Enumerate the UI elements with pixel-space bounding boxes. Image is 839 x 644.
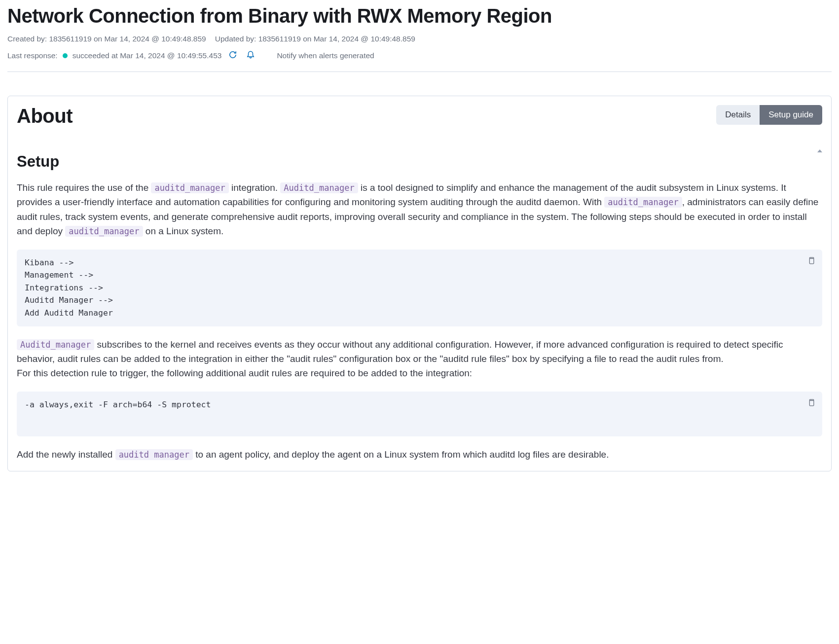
updated-meta: Updated by: 1835611919 on Mar 14, 2024 @… [215, 35, 415, 43]
status-text: succeeded at Mar 14, 2024 @ 10:49:55.453 [73, 51, 222, 60]
status-row: Last response: succeeded at Mar 14, 2024… [7, 48, 832, 63]
clipboard-icon [807, 401, 815, 408]
code-auditd-manager: auditd_manager [151, 182, 228, 193]
divider [7, 72, 832, 72]
bell-icon [246, 50, 255, 61]
last-response-label: Last response: [7, 51, 58, 60]
setup-paragraph-1: This rule requires the use of the auditd… [17, 180, 822, 239]
tab-group: Details Setup guide [716, 105, 822, 125]
page-title: Network Connection from Binary with RWX … [7, 4, 832, 28]
caret-up-icon[interactable] [817, 149, 822, 152]
setup-paragraph-2: Auditd_manager subscribes to the kernel … [17, 337, 822, 381]
panel-title: About [17, 105, 73, 127]
notify-when-alerts-link[interactable]: Notify when alerts generated [277, 51, 374, 60]
code-auditd-manager-cap: Auditd_manager [280, 182, 358, 193]
code-auditd-manager-4: Auditd_manager [17, 339, 94, 350]
refresh-button[interactable] [226, 48, 239, 63]
status-dot-icon [63, 53, 68, 58]
code-block-audit-rule: -a always,exit -F arch=b64 -S mprotect [17, 392, 822, 437]
tab-setup-guide[interactable]: Setup guide [760, 105, 822, 125]
notify-bell-button[interactable] [244, 48, 257, 63]
code-auditd-manager-3: auditd_manager [65, 226, 143, 237]
about-panel: About Details Setup guide Setup This rul… [7, 96, 832, 471]
created-meta: Created by: 1835611919 on Mar 14, 2024 @… [7, 35, 206, 43]
copy-button[interactable] [805, 254, 817, 268]
section-title-setup: Setup [17, 153, 822, 171]
code-block-nav-steps: Kibana --> Management --> Integrations -… [17, 250, 822, 326]
meta-row: Created by: 1835611919 on Mar 14, 2024 @… [7, 35, 832, 43]
setup-paragraph-3: Add the newly installed auditd manager t… [17, 447, 822, 462]
code-auditd-manager-2: auditd_manager [604, 197, 682, 208]
tab-details[interactable]: Details [716, 105, 760, 125]
svg-rect-0 [809, 258, 814, 264]
svg-rect-1 [809, 400, 814, 406]
code-auditd-manager-5: auditd manager [115, 449, 193, 460]
copy-button-2[interactable] [805, 396, 817, 410]
refresh-icon [228, 50, 237, 61]
clipboard-icon [807, 259, 815, 266]
